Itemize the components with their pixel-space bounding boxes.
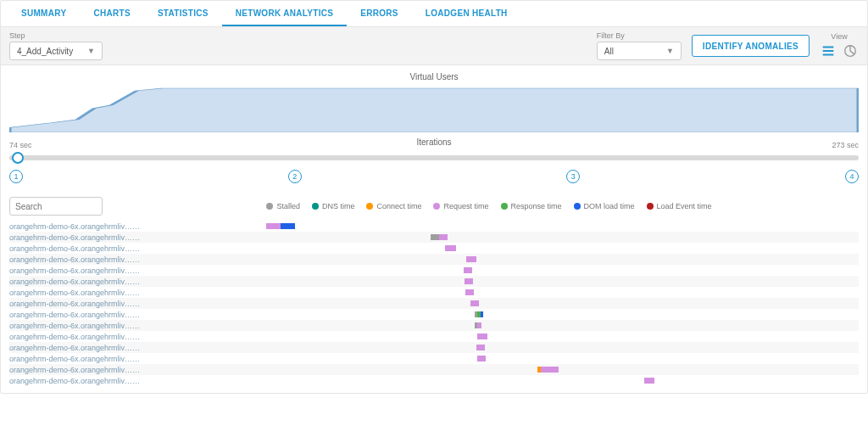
waterfall-row[interactable]: orangehrm-demo-6x.orangehrmliv…redential (9, 221, 859, 232)
waterfall-row-track (145, 287, 859, 298)
iterations-section: 74 sec 273 sec Iterations 1234 (1, 132, 867, 188)
list-view-icon[interactable] (820, 42, 837, 59)
waterfall-row-track (145, 364, 859, 375)
pie-view-icon[interactable] (842, 42, 859, 59)
timing-segment (477, 334, 487, 339)
timing-segment (644, 378, 654, 384)
waterfall-row[interactable]: orangehrm-demo-6x.orangehrmliv…igationLo (9, 375, 859, 386)
iteration-mark[interactable]: 2 (288, 170, 302, 183)
waterfall-row-label: orangehrm-demo-6x.orangehrmliv…type=brea (9, 289, 145, 297)
timing-segment (281, 223, 295, 229)
waterfall-row-track (145, 232, 859, 243)
waterfall-row-label: orangehrm-demo-6x.orangehrmliv…yTimeshe (9, 233, 145, 242)
iter-end-label: 273 sec (832, 141, 859, 149)
filterby-field: Filter By All ▼ (597, 31, 682, 60)
waterfall-row-track (145, 353, 859, 364)
waterfall-row-label: orangehrm-demo-6x.orangehrmliv…er%5D=2 (9, 333, 145, 341)
legend-label: DOM load time (584, 202, 635, 210)
legend-item[interactable]: Request time (433, 202, 488, 210)
caret-down-icon: ▼ (87, 47, 95, 55)
waterfall-row[interactable]: orangehrm-demo-6x.orangehrmliv…ities=tru… (9, 276, 859, 287)
waterfall-row[interactable]: orangehrm-demo-6x.orangehrmliv…ight.woff… (9, 320, 859, 331)
iterations-title: Iterations (416, 137, 451, 147)
legend-dot-icon (574, 203, 581, 210)
waterfall-row[interactable]: orangehrm-demo-6x.orangehrmliv…heets/230 (9, 243, 859, 254)
identify-anomalies-button[interactable]: IDENTIFY ANOMALIES (692, 35, 810, 57)
legend-item[interactable]: Response time (501, 202, 562, 210)
legend-label: Connect time (376, 202, 421, 210)
legend-item[interactable]: DOM load time (574, 202, 635, 210)
legend-label: Request time (443, 202, 488, 210)
tab-statistics[interactable]: STATISTICS (144, 1, 222, 26)
waterfall-row-track (145, 221, 859, 232)
slider-thumb[interactable] (12, 152, 24, 164)
waterfall-row-track (145, 309, 859, 320)
timing-segment (477, 356, 486, 362)
timing-segment (466, 256, 476, 262)
waterfall-row-track (145, 342, 859, 353)
tab-loadgen-health[interactable]: LOADGEN HEALTH (412, 1, 521, 26)
iteration-mark[interactable]: 4 (845, 170, 859, 183)
timing-segment (464, 267, 472, 273)
tab-network-analytics[interactable]: NETWORK ANALYTICS (222, 1, 347, 26)
waterfall-row-track (145, 276, 859, 287)
view-label: View (820, 32, 859, 41)
timing-segment (481, 311, 483, 317)
waterfall-row-label: orangehrm-demo-6x.orangehrmliv…igationLo (9, 377, 145, 385)
iter-start-label: 74 sec (9, 141, 32, 149)
step-select[interactable]: 4_Add_Activity ▼ (9, 42, 103, 60)
waterfall-row[interactable]: orangehrm-demo-6x.orangehrmliv…type=brea (9, 287, 859, 298)
legend-dot-icon (366, 203, 373, 210)
caret-down-icon: ▼ (666, 47, 674, 55)
filterby-label: Filter By (597, 31, 682, 40)
waterfall-row[interactable]: orangehrm-demo-6x.orangehrmliv…7/payHou (9, 298, 859, 309)
legend-item[interactable]: Stalled (266, 202, 300, 210)
timing-segment (266, 223, 281, 229)
legend-item[interactable]: Connect time (366, 202, 421, 210)
waterfall-row[interactable]: orangehrm-demo-6x.orangehrmliv…yTimeshe (9, 232, 859, 243)
timing-segment (470, 300, 479, 306)
timing-segment (445, 245, 456, 251)
waterfall-row[interactable]: orangehrm-demo-6x.orangehrmliv…e=Custon (9, 254, 859, 265)
timing-segment (439, 234, 448, 240)
timing-segment (465, 278, 473, 284)
waterfall-row-track (145, 320, 859, 331)
waterfall-row-track (145, 254, 859, 265)
step-label: Step (9, 31, 103, 40)
waterfall-row[interactable]: orangehrm-demo-6x.orangehrmliv…urged%5 (9, 364, 859, 375)
view-field: View (820, 32, 859, 59)
iterations-slider[interactable] (9, 151, 859, 165)
iteration-mark[interactable]: 1 (9, 170, 23, 183)
tab-charts[interactable]: CHARTS (80, 1, 143, 26)
waterfall-row[interactable]: orangehrm-demo-6x.orangehrmliv…Thin.woff (9, 309, 859, 320)
legend-item[interactable]: Load Event time (647, 202, 712, 210)
timing-segment (465, 289, 474, 295)
step-field: Step 4_Add_Activity ▼ (9, 31, 103, 60)
waterfall-row-label: orangehrm-demo-6x.orangehrmliv…s%5B%5D (9, 266, 145, 275)
waterfall-row-label: orangehrm-demo-6x.orangehrmliv…urged%5 (9, 366, 145, 374)
legend-dot-icon (266, 203, 273, 210)
legend-dot-icon (312, 203, 319, 210)
waterfall-row-track (145, 331, 859, 342)
tab-errors[interactable]: ERRORS (347, 1, 412, 26)
iteration-marks: 1234 (9, 170, 859, 183)
legend-dot-icon (433, 203, 440, 210)
virtual-users-title: Virtual Users (9, 72, 859, 81)
iteration-mark[interactable]: 3 (566, 170, 580, 183)
waterfall-row[interactable]: orangehrm-demo-6x.orangehrmliv…timeshee (9, 342, 859, 353)
tab-summary[interactable]: SUMMARY (8, 1, 80, 26)
search-input-field[interactable] (15, 202, 97, 211)
waterfall-row-label: orangehrm-demo-6x.orangehrmliv…7/payHou (9, 300, 145, 308)
main-tabs: SUMMARYCHARTSSTATISTICSNETWORK ANALYTICS… (1, 1, 867, 26)
search-input[interactable] (9, 197, 103, 216)
waterfall-row[interactable]: orangehrm-demo-6x.orangehrmliv…er%5D=2 (9, 331, 859, 342)
legend-dot-icon (647, 203, 654, 210)
waterfall-row-track (145, 265, 859, 276)
waterfall-row-track (145, 298, 859, 309)
waterfall-row-label: orangehrm-demo-6x.orangehrmliv…redential (9, 222, 145, 231)
waterfall-row[interactable]: orangehrm-demo-6x.orangehrmliv…s%5B%5D (9, 265, 859, 276)
waterfall-row[interactable]: orangehrm-demo-6x.orangehrmliv…actionLog (9, 353, 859, 364)
legend-item[interactable]: DNS time (312, 202, 355, 210)
waterfall-row-label: orangehrm-demo-6x.orangehrmliv…Thin.woff (9, 311, 145, 319)
filterby-select[interactable]: All ▼ (597, 42, 682, 60)
